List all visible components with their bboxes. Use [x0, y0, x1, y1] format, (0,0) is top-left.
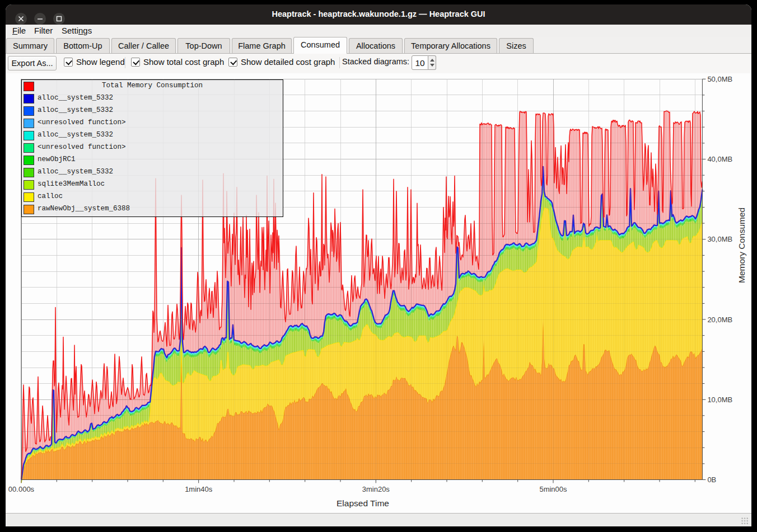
svg-text:50,0MB: 50,0MB: [707, 75, 732, 83]
svg-text:20,0MB: 20,0MB: [707, 316, 732, 324]
svg-text:1min40s: 1min40s: [185, 485, 213, 493]
svg-text:3min20s: 3min20s: [362, 485, 390, 493]
svg-text:00.000s: 00.000s: [8, 485, 35, 493]
svg-text:5min00s: 5min00s: [539, 485, 567, 493]
svg-text:0B: 0B: [707, 475, 716, 484]
svg-text:30,0MB: 30,0MB: [707, 235, 732, 243]
svg-text:40,0MB: 40,0MB: [707, 155, 732, 163]
svg-text:10,0MB: 10,0MB: [707, 396, 732, 404]
